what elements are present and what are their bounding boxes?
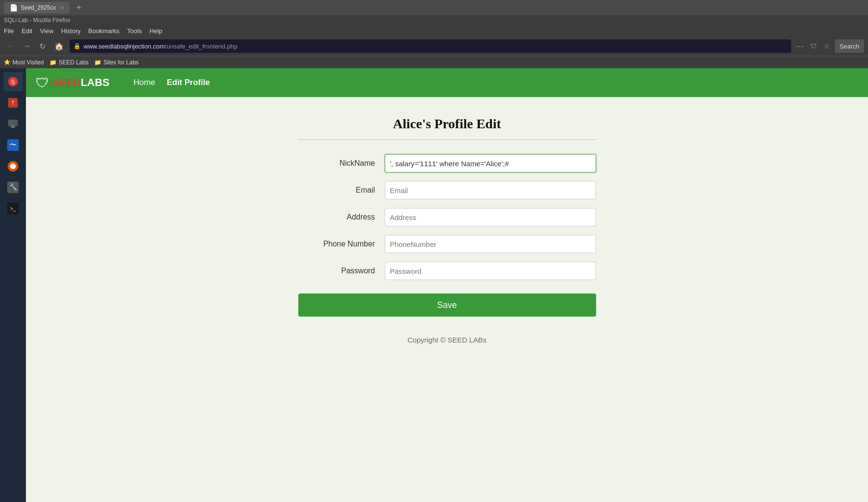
bookmark-sites-for-labs-label: Sites for Labs [103, 59, 138, 66]
logo-labs: LABS [81, 76, 110, 88]
bookmark-seed-labs[interactable]: 📁 SEED Labs [49, 59, 88, 66]
sites-for-labs-folder-icon: 📁 [94, 59, 101, 66]
page-content: Alice's Profile Edit NickName Email Addr… [26, 97, 868, 502]
seed-labs-folder-icon: 📁 [49, 59, 57, 66]
sidebar-icon-wrench[interactable]: 🔧 [3, 178, 23, 197]
password-label: Password [298, 267, 385, 275]
browser-menu-button[interactable]: ⋯ [794, 40, 806, 53]
svg-text:📺: 📺 [11, 121, 15, 126]
menu-history[interactable]: History [61, 27, 80, 35]
nickname-input[interactable] [385, 154, 596, 172]
address-label: Address [298, 213, 385, 221]
svg-text:>_: >_ [10, 206, 16, 211]
phone-label: Phone Number [298, 240, 385, 248]
menu-view[interactable]: View [40, 27, 53, 35]
logo-seed: SEED [52, 76, 81, 88]
sidebar-icon-settings[interactable]: S [3, 72, 23, 91]
menu-bookmarks[interactable]: Bookmarks [88, 27, 120, 35]
svg-text:🔧: 🔧 [9, 183, 18, 191]
browser-chrome: SQLi Lab - Mozilla Firefox File Edit Vie… [0, 15, 868, 68]
nickname-label: NickName [298, 159, 385, 168]
home-button[interactable]: 🏠 [51, 40, 67, 53]
browser-content: 🛡 SEEDLABS Home Edit Profile Alice's Pro… [26, 68, 868, 502]
browser-tab[interactable]: 📄 Seed_2925cx × [4, 2, 70, 13]
most-visited-icon: ⭐ [4, 59, 11, 65]
email-input[interactable] [385, 181, 596, 199]
svg-text:S: S [11, 79, 15, 86]
sidebar-icon-firefox[interactable] [3, 157, 23, 176]
password-row: Password [298, 262, 596, 280]
url-domain: www.seedlabsqlinjection.com [84, 43, 165, 50]
bookmark-seed-labs-label: SEED Labs [59, 59, 88, 66]
browser-menubar: File Edit View History Bookmarks Tools H… [0, 25, 868, 37]
reload-button[interactable]: ↻ [37, 40, 49, 53]
url-display: www.seedlabsqlinjection.com/unsafe_edit_… [84, 43, 787, 50]
logo-text: SEEDLABS [52, 76, 110, 89]
svg-text:T: T [12, 100, 14, 106]
url-bar[interactable]: 🔒 www.seedlabsqlinjection.com/unsafe_edi… [70, 39, 791, 53]
forward-button[interactable]: → [20, 40, 34, 52]
email-row: Email [298, 181, 596, 199]
nickname-row: NickName [298, 154, 596, 172]
nav-edit-profile[interactable]: Edit Profile [167, 78, 210, 87]
tab-title: Seed_2925cx [21, 4, 56, 11]
url-path: /unsafe_edit_frontend.php [165, 43, 237, 50]
email-label: Email [298, 186, 385, 195]
bookmark-most-visited-label: Most Visited [12, 59, 44, 66]
new-tab-button[interactable]: + [73, 3, 85, 13]
password-input[interactable] [385, 262, 596, 280]
save-button[interactable]: Save [298, 294, 596, 317]
shield-icon: 🛡 [808, 40, 819, 52]
sidebar: S T 📺 〜 🔧 >_ [0, 68, 26, 502]
site-header: 🛡 SEEDLABS Home Edit Profile [26, 68, 868, 97]
bookmarks-bar: ⭐ Most Visited 📁 SEED Labs 📁 Sites for L… [0, 56, 868, 68]
menu-tools[interactable]: Tools [127, 27, 142, 35]
site-logo: 🛡 SEEDLABS [36, 75, 110, 91]
bookmark-sites-for-labs[interactable]: 📁 Sites for Labs [94, 59, 138, 66]
back-button[interactable]: ← [4, 40, 17, 52]
menu-file[interactable]: File [4, 27, 14, 35]
bookmark-most-visited[interactable]: ⭐ Most Visited [4, 59, 44, 66]
svg-point-10 [10, 163, 16, 169]
sidebar-icon-monitor[interactable]: 📺 [3, 114, 23, 134]
phone-input[interactable] [385, 235, 596, 253]
svg-text:〜: 〜 [10, 141, 16, 148]
nav-home[interactable]: Home [134, 78, 155, 87]
search-button[interactable]: Search [835, 39, 864, 53]
menu-edit[interactable]: Edit [22, 27, 32, 35]
page-title: Alice's Profile Edit [393, 116, 501, 132]
title-divider [298, 139, 596, 140]
phone-row: Phone Number [298, 235, 596, 253]
address-row: Address [298, 208, 596, 226]
browser-toolbar: ← → ↻ 🏠 🔒 www.seedlabsqlinjection.com/un… [0, 37, 868, 56]
copyright-text: Copyright © SEED LABs [407, 336, 486, 344]
app-title: SQLi Lab - Mozilla Firefox [4, 17, 70, 24]
svg-rect-5 [11, 126, 15, 128]
bookmark-star-icon[interactable]: ☆ [822, 40, 832, 52]
menu-help[interactable]: Help [149, 27, 162, 35]
sidebar-icon-terminal2[interactable]: >_ [3, 199, 23, 218]
lock-icon: 🔒 [73, 43, 81, 49]
main-layout: S T 📺 〜 🔧 >_ 🛡 SEEDLABS [0, 68, 868, 502]
os-titlebar: 📄 Seed_2925cx × + [0, 0, 868, 15]
tab-close-button[interactable]: × [61, 5, 63, 11]
address-input[interactable] [385, 208, 596, 226]
tab-favicon: 📄 [10, 4, 18, 12]
site-nav: Home Edit Profile [134, 78, 210, 87]
logo-shield-icon: 🛡 [36, 75, 49, 91]
profile-form: NickName Email Address Phone Number [298, 154, 596, 317]
sidebar-icon-terminal[interactable]: T [3, 93, 23, 112]
sidebar-icon-wave[interactable]: 〜 [3, 135, 23, 155]
